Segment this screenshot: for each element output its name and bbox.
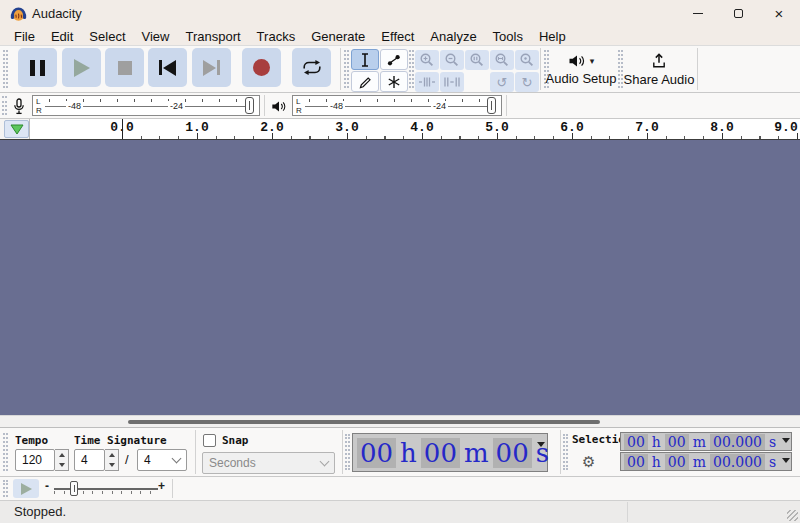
selection-start-display[interactable]: 00 h 00 m 00.000 s xyxy=(620,432,792,451)
close-button[interactable]: × xyxy=(759,0,799,27)
transport-toolbar-grip[interactable] xyxy=(3,50,8,88)
edit-toolbar-grip[interactable] xyxy=(409,50,414,88)
menu-generate[interactable]: Generate xyxy=(303,28,373,45)
meter-scale-minus24: -24 xyxy=(431,101,448,111)
tempo-spinner[interactable] xyxy=(55,449,69,471)
format-dropdown-icon[interactable] xyxy=(537,442,545,447)
stop-button[interactable] xyxy=(105,48,144,87)
timeline-green-triangle-icon xyxy=(10,124,24,135)
position-seconds: 00 xyxy=(493,438,532,468)
skip-to-start-button[interactable] xyxy=(148,48,187,87)
menu-analyze[interactable]: Analyze xyxy=(422,28,484,45)
fit-project-button[interactable] xyxy=(490,50,514,70)
speed-slider-thumb[interactable] xyxy=(70,481,78,496)
audio-position-display[interactable]: 00 h 00 m 00 s xyxy=(352,433,548,472)
gear-icon[interactable]: ⚙ xyxy=(582,454,595,469)
tempo-input[interactable]: 120 xyxy=(15,449,55,471)
zoom-toggle-button[interactable] xyxy=(515,50,539,70)
meter-row: L R -48 -24 L R -48 -24 xyxy=(0,93,800,119)
undo-button[interactable]: ↺ xyxy=(490,72,514,92)
time-signature-upper-input[interactable]: 4 xyxy=(74,449,105,471)
menu-help[interactable]: Help xyxy=(531,28,574,45)
tools-toolbar-grip[interactable] xyxy=(344,50,349,88)
speaker-icon xyxy=(568,54,586,68)
recording-meter-button[interactable] xyxy=(8,95,30,117)
play-at-speed-button[interactable] xyxy=(13,479,39,498)
minutes-unit: m xyxy=(689,434,710,450)
recording-meter-grip[interactable] xyxy=(2,96,7,115)
menu-select[interactable]: Select xyxy=(81,28,133,45)
loop-button[interactable] xyxy=(292,48,331,87)
draw-tool-button[interactable] xyxy=(351,71,379,92)
window-title: Audacity xyxy=(32,6,82,21)
tempo-label: Tempo xyxy=(15,434,48,447)
time-toolbar-grip[interactable] xyxy=(3,433,8,471)
timeline-options-button[interactable] xyxy=(4,120,29,138)
horizontal-scrollbar[interactable] xyxy=(0,415,800,427)
play-button[interactable] xyxy=(62,48,101,87)
time-signature-lower-dropdown[interactable]: 4 xyxy=(137,449,187,471)
menu-bar: File Edit Select View Transport Tracks G… xyxy=(0,27,800,46)
zoom-out-icon xyxy=(444,52,460,68)
sel-end-minutes: 00 xyxy=(665,454,689,470)
timeline-ruler[interactable]: 0.0 1.0 2.0 3.0 4.0 5.0 6.0 7.0 8.0 9.0 xyxy=(0,119,800,140)
play-icon xyxy=(74,59,90,77)
status-bar: Stopped. xyxy=(0,500,800,523)
menu-edit[interactable]: Edit xyxy=(43,28,81,45)
recording-meter[interactable]: L R -48 -24 xyxy=(32,95,260,116)
playback-meter[interactable]: L R -48 -24 xyxy=(292,95,502,116)
chevron-down-icon xyxy=(320,457,330,467)
window-resize-grip[interactable] xyxy=(787,510,798,521)
selection-toolbar-grip[interactable] xyxy=(563,434,568,470)
ruler-major-ticks xyxy=(122,133,800,139)
snap-mode-dropdown[interactable]: Seconds xyxy=(202,452,335,474)
format-dropdown-icon[interactable] xyxy=(782,438,790,443)
hours-unit: h xyxy=(648,434,665,450)
track-area[interactable] xyxy=(0,140,800,415)
toolbar-separator xyxy=(560,430,561,474)
selection-tool-button[interactable] xyxy=(351,49,379,70)
menu-tracks[interactable]: Tracks xyxy=(249,28,304,45)
playback-volume-slider[interactable] xyxy=(487,97,496,114)
share-audio-button[interactable]: Share Audio xyxy=(623,49,695,90)
fit-selection-icon xyxy=(469,52,485,68)
recording-meter-left-label: L xyxy=(36,97,40,106)
time-display-grip[interactable] xyxy=(345,434,350,470)
skip-to-end-button[interactable] xyxy=(192,48,231,87)
status-divider xyxy=(627,502,628,522)
record-button[interactable] xyxy=(242,48,281,87)
stop-icon xyxy=(118,61,132,75)
multi-tool-icon xyxy=(387,75,401,89)
snap-checkbox[interactable] xyxy=(203,434,216,447)
playback-meter-button[interactable] xyxy=(268,95,290,117)
maximize-button[interactable] xyxy=(718,0,758,27)
scrollbar-thumb[interactable] xyxy=(128,420,600,424)
play-at-speed-grip[interactable] xyxy=(3,480,8,497)
minimize-button[interactable] xyxy=(678,0,718,27)
seconds-unit: s xyxy=(765,454,780,470)
silence-audio-icon xyxy=(443,76,461,88)
time-signature-spinner[interactable] xyxy=(105,449,119,471)
audacity-window: Audacity × File Edit Select View Transpo… xyxy=(0,0,800,523)
zoom-out-button[interactable] xyxy=(440,50,464,70)
envelope-tool-button[interactable] xyxy=(380,49,408,70)
toolbar-separator xyxy=(172,479,173,498)
menu-file[interactable]: File xyxy=(6,28,43,45)
menu-tools[interactable]: Tools xyxy=(485,28,531,45)
pause-button[interactable] xyxy=(18,48,57,87)
zoom-in-button[interactable] xyxy=(415,50,439,70)
menu-view[interactable]: View xyxy=(134,28,178,45)
position-hours: 00 xyxy=(357,438,396,468)
fit-selection-button[interactable] xyxy=(465,50,489,70)
loop-icon xyxy=(301,59,323,76)
audio-setup-button[interactable]: ▾ Audio Setup xyxy=(549,49,613,90)
selection-end-display[interactable]: 00 h 00 m 00.000 s xyxy=(620,452,792,471)
redo-button[interactable]: ↻ xyxy=(515,72,539,92)
silence-selection-button[interactable] xyxy=(440,72,464,92)
multi-tool-button[interactable] xyxy=(380,71,408,92)
trim-outside-selection-button[interactable] xyxy=(415,72,439,92)
recording-volume-slider[interactable] xyxy=(245,97,254,114)
format-dropdown-icon[interactable] xyxy=(782,458,790,463)
menu-transport[interactable]: Transport xyxy=(177,28,248,45)
menu-effect[interactable]: Effect xyxy=(373,28,422,45)
